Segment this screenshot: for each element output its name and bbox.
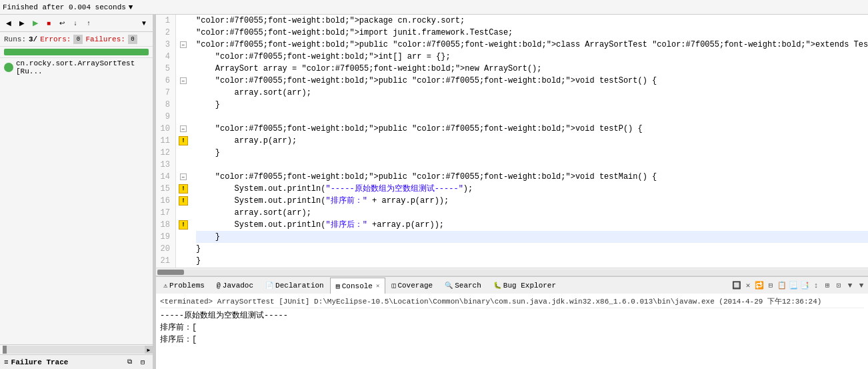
rerun-button[interactable]: ↩: [56, 17, 68, 29]
search-tab-label: Search: [455, 282, 481, 290]
tab-toolbar-btn-11[interactable]: ▼: [856, 280, 867, 291]
console-line: 排序前：[: [160, 322, 864, 334]
gutter-cell: −: [176, 75, 191, 87]
gutter-cell: [176, 51, 191, 63]
javadoc-tab-label: Javadoc: [223, 282, 253, 290]
code-line: "color:#7f0055;font-weight:bold;">public…: [196, 75, 868, 87]
status-icon: ▼: [129, 3, 133, 11]
run-button[interactable]: ▶: [29, 17, 41, 29]
code-area[interactable]: 123456789101112131415161718192021 −−−!−!…: [156, 15, 868, 268]
progress-bar-container: [0, 47, 153, 58]
errors-count-badge: 0: [73, 35, 83, 44]
line-number: 10: [156, 123, 173, 135]
tab-coverage[interactable]: ◫Coverage: [385, 278, 439, 294]
line-number: 1: [156, 15, 173, 27]
tab-toolbar-btn-9[interactable]: ⊡: [833, 280, 844, 291]
tab-toolbar-btn-5[interactable]: 📃: [788, 280, 799, 291]
code-hscrollbar: [156, 268, 868, 276]
line-number: 2: [156, 27, 173, 39]
console-line: -----原始数组为空数组测试-----: [160, 310, 864, 322]
warning-icon: !: [179, 184, 188, 194]
test-item[interactable]: cn.rocky.sort.ArraySortTest [Ru...: [0, 58, 153, 77]
declaration-tab-icon: 📄: [265, 282, 273, 290]
failure-trace-left: ≡ Failure Trace: [4, 358, 68, 366]
tab-toolbar-btn-4[interactable]: 📋: [777, 280, 787, 291]
left-toolbar: ◀ ▶ ▶ ■ ↩ ↓ ↑ ▼: [0, 15, 153, 32]
code-line: System.out.println("排序后：" +array.p(arr))…: [196, 219, 868, 231]
filter-trace-button[interactable]: ⊟: [137, 356, 149, 368]
failure-trace-label: Failure Trace: [11, 358, 69, 366]
tab-search[interactable]: 🔍Search: [439, 278, 487, 294]
line-number: 15: [156, 183, 173, 195]
line-number: 3: [156, 39, 173, 51]
code-content: "color:#7f0055;font-weight:bold;">packag…: [191, 15, 868, 268]
gutter-cell: [176, 15, 191, 27]
gutter-cell: !: [176, 183, 191, 195]
coverage-tab-label: Coverage: [397, 282, 433, 290]
gutter-cell: [176, 111, 191, 123]
code-line: [196, 159, 868, 171]
code-line: array.sort(arr);: [196, 87, 868, 99]
collapse-icon[interactable]: −: [180, 173, 187, 180]
collapse-icon[interactable]: −: [180, 41, 187, 48]
code-line: array.p(arr);: [196, 135, 868, 147]
code-line: }: [196, 255, 868, 267]
tab-problems[interactable]: ⚠Problems: [157, 278, 211, 294]
tab-console[interactable]: ▤Console✕: [330, 278, 386, 294]
tab-toolbar-btn-8[interactable]: ⊞: [822, 280, 833, 291]
line-numbers: 123456789101112131415161718192021: [156, 15, 176, 268]
gutter-cell: !: [176, 219, 191, 231]
test-pass-icon: [4, 63, 13, 72]
stop-button[interactable]: ■: [43, 17, 55, 29]
tab-javadoc[interactable]: @Javadoc: [211, 278, 259, 294]
failure-trace-icon: ≡: [4, 358, 9, 366]
code-line: [196, 111, 868, 123]
warning-icon: !: [179, 136, 188, 145]
line-number: 9: [156, 111, 173, 123]
runs-bar: Runs: 3/ Errors: 0 Failures: 0: [0, 32, 153, 47]
errors-label: Errors:: [40, 35, 71, 43]
next-failure-button[interactable]: ↓: [69, 17, 81, 29]
line-number: 21: [156, 255, 173, 267]
tab-toolbar-btn-2[interactable]: 🔁: [754, 280, 765, 291]
tab-toolbar-btn-7[interactable]: ↕: [811, 280, 821, 291]
code-line: ArraySort array = "color:#7f0055;font-we…: [196, 63, 868, 75]
tab-bugexplorer[interactable]: 🐛Bug Explorer: [487, 278, 562, 294]
left-scrollbar-area: ▶: [0, 344, 153, 354]
line-number: 12: [156, 147, 173, 159]
progress-bar: [4, 49, 149, 55]
failures-label: Failures:: [85, 35, 125, 43]
tab-toolbar-btn-0[interactable]: 🔲: [731, 280, 742, 291]
collapse-icon[interactable]: −: [180, 125, 187, 132]
back-button[interactable]: ◀: [3, 17, 15, 29]
collapse-icon[interactable]: −: [180, 77, 187, 84]
code-line: "color:#7f0055;font-weight:bold;">import…: [196, 27, 868, 39]
scroll-right-btn[interactable]: ▶: [145, 346, 153, 354]
gutter-cell: [176, 243, 191, 255]
menu-button[interactable]: ▼: [138, 17, 150, 29]
tab-toolbar-btn-6[interactable]: 📑: [799, 280, 810, 291]
code-container: 123456789101112131415161718192021 −−−!−!…: [156, 15, 868, 268]
tab-toolbar-btn-3[interactable]: ⊟: [765, 280, 776, 291]
code-line: }: [196, 147, 868, 159]
bugexplorer-tab-icon: 🐛: [493, 282, 501, 290]
prev-failure-button[interactable]: ↑: [83, 17, 95, 29]
code-line: "color:#7f0055;font-weight:bold;">public…: [196, 39, 868, 51]
gutter-area: −−−!−!!!: [176, 15, 191, 268]
tab-toolbar-btn-10[interactable]: ▼: [845, 280, 855, 291]
declaration-tab-label: Declaration: [275, 282, 324, 290]
code-line: System.out.println("-----原始数组为空数组测试-----…: [196, 183, 868, 195]
copy-trace-button[interactable]: ⧉: [123, 356, 135, 368]
code-hscroll-thumb[interactable]: [157, 270, 184, 275]
right-panel: 123456789101112131415161718192021 −−−!−!…: [156, 15, 868, 369]
left-scroll-track[interactable]: [7, 346, 145, 354]
test-list[interactable]: cn.rocky.sort.ArraySortTest [Ru...: [0, 58, 153, 344]
tab-declaration[interactable]: 📄Declaration: [259, 278, 330, 294]
console-tab-close[interactable]: ✕: [376, 282, 379, 290]
console-tab-icon: ▤: [336, 282, 340, 290]
forward-button[interactable]: ▶: [16, 17, 28, 29]
tab-toolbar-btn-1[interactable]: ✕: [743, 280, 753, 291]
code-line: System.out.println("排序前：" + array.p(arr)…: [196, 195, 868, 207]
gutter-cell: [176, 147, 191, 159]
code-hscroll-track[interactable]: [184, 270, 868, 275]
